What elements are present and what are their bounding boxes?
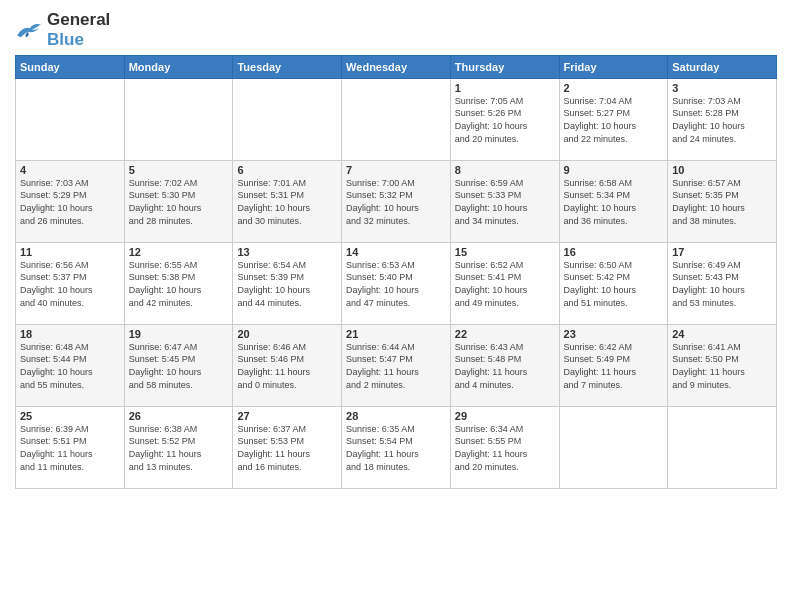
calendar-cell: 12Sunrise: 6:55 AMSunset: 5:38 PMDayligh…	[124, 242, 233, 324]
day-number: 15	[455, 246, 555, 258]
day-number: 12	[129, 246, 229, 258]
calendar-cell: 1Sunrise: 7:05 AMSunset: 5:26 PMDaylight…	[450, 78, 559, 160]
day-number: 16	[564, 246, 664, 258]
day-number: 27	[237, 410, 337, 422]
day-number: 22	[455, 328, 555, 340]
weekday-header-thursday: Thursday	[450, 55, 559, 78]
day-number: 24	[672, 328, 772, 340]
calendar-cell	[124, 78, 233, 160]
day-info: Sunrise: 6:56 AMSunset: 5:37 PMDaylight:…	[20, 259, 120, 309]
calendar-table: SundayMondayTuesdayWednesdayThursdayFrid…	[15, 55, 777, 489]
calendar-cell: 24Sunrise: 6:41 AMSunset: 5:50 PMDayligh…	[668, 324, 777, 406]
day-number: 10	[672, 164, 772, 176]
day-info: Sunrise: 6:55 AMSunset: 5:38 PMDaylight:…	[129, 259, 229, 309]
calendar-cell	[342, 78, 451, 160]
day-number: 29	[455, 410, 555, 422]
week-row-4: 25Sunrise: 6:39 AMSunset: 5:51 PMDayligh…	[16, 406, 777, 488]
week-row-2: 11Sunrise: 6:56 AMSunset: 5:37 PMDayligh…	[16, 242, 777, 324]
logo-icon	[15, 19, 43, 41]
calendar-cell: 27Sunrise: 6:37 AMSunset: 5:53 PMDayligh…	[233, 406, 342, 488]
day-number: 17	[672, 246, 772, 258]
day-info: Sunrise: 7:01 AMSunset: 5:31 PMDaylight:…	[237, 177, 337, 227]
logo: General Blue	[15, 10, 110, 51]
day-number: 2	[564, 82, 664, 94]
day-info: Sunrise: 6:46 AMSunset: 5:46 PMDaylight:…	[237, 341, 337, 391]
day-info: Sunrise: 6:44 AMSunset: 5:47 PMDaylight:…	[346, 341, 446, 391]
day-info: Sunrise: 6:37 AMSunset: 5:53 PMDaylight:…	[237, 423, 337, 473]
day-number: 3	[672, 82, 772, 94]
calendar-cell: 17Sunrise: 6:49 AMSunset: 5:43 PMDayligh…	[668, 242, 777, 324]
day-info: Sunrise: 6:57 AMSunset: 5:35 PMDaylight:…	[672, 177, 772, 227]
day-number: 21	[346, 328, 446, 340]
header: General Blue	[15, 10, 777, 51]
calendar-cell: 29Sunrise: 6:34 AMSunset: 5:55 PMDayligh…	[450, 406, 559, 488]
calendar-cell	[559, 406, 668, 488]
calendar-cell: 23Sunrise: 6:42 AMSunset: 5:49 PMDayligh…	[559, 324, 668, 406]
day-number: 4	[20, 164, 120, 176]
day-info: Sunrise: 6:43 AMSunset: 5:48 PMDaylight:…	[455, 341, 555, 391]
day-info: Sunrise: 6:53 AMSunset: 5:40 PMDaylight:…	[346, 259, 446, 309]
day-number: 8	[455, 164, 555, 176]
day-info: Sunrise: 6:35 AMSunset: 5:54 PMDaylight:…	[346, 423, 446, 473]
calendar-cell: 11Sunrise: 6:56 AMSunset: 5:37 PMDayligh…	[16, 242, 125, 324]
logo-text: General Blue	[47, 10, 110, 51]
calendar-cell	[16, 78, 125, 160]
weekday-header-friday: Friday	[559, 55, 668, 78]
calendar-cell: 18Sunrise: 6:48 AMSunset: 5:44 PMDayligh…	[16, 324, 125, 406]
day-info: Sunrise: 6:58 AMSunset: 5:34 PMDaylight:…	[564, 177, 664, 227]
day-number: 6	[237, 164, 337, 176]
day-number: 7	[346, 164, 446, 176]
calendar-cell: 6Sunrise: 7:01 AMSunset: 5:31 PMDaylight…	[233, 160, 342, 242]
day-info: Sunrise: 6:39 AMSunset: 5:51 PMDaylight:…	[20, 423, 120, 473]
day-info: Sunrise: 7:04 AMSunset: 5:27 PMDaylight:…	[564, 95, 664, 145]
calendar-cell: 28Sunrise: 6:35 AMSunset: 5:54 PMDayligh…	[342, 406, 451, 488]
weekday-header-wednesday: Wednesday	[342, 55, 451, 78]
day-info: Sunrise: 6:50 AMSunset: 5:42 PMDaylight:…	[564, 259, 664, 309]
day-number: 9	[564, 164, 664, 176]
day-info: Sunrise: 6:54 AMSunset: 5:39 PMDaylight:…	[237, 259, 337, 309]
day-info: Sunrise: 7:03 AMSunset: 5:29 PMDaylight:…	[20, 177, 120, 227]
day-number: 20	[237, 328, 337, 340]
day-info: Sunrise: 6:48 AMSunset: 5:44 PMDaylight:…	[20, 341, 120, 391]
day-number: 25	[20, 410, 120, 422]
calendar-cell: 22Sunrise: 6:43 AMSunset: 5:48 PMDayligh…	[450, 324, 559, 406]
calendar-cell: 2Sunrise: 7:04 AMSunset: 5:27 PMDaylight…	[559, 78, 668, 160]
calendar-cell	[668, 406, 777, 488]
day-info: Sunrise: 6:42 AMSunset: 5:49 PMDaylight:…	[564, 341, 664, 391]
calendar-cell: 7Sunrise: 7:00 AMSunset: 5:32 PMDaylight…	[342, 160, 451, 242]
day-number: 5	[129, 164, 229, 176]
calendar-cell: 3Sunrise: 7:03 AMSunset: 5:28 PMDaylight…	[668, 78, 777, 160]
day-number: 1	[455, 82, 555, 94]
day-number: 28	[346, 410, 446, 422]
weekday-header-row: SundayMondayTuesdayWednesdayThursdayFrid…	[16, 55, 777, 78]
calendar-cell: 14Sunrise: 6:53 AMSunset: 5:40 PMDayligh…	[342, 242, 451, 324]
day-number: 18	[20, 328, 120, 340]
day-info: Sunrise: 7:02 AMSunset: 5:30 PMDaylight:…	[129, 177, 229, 227]
day-number: 13	[237, 246, 337, 258]
calendar-cell: 15Sunrise: 6:52 AMSunset: 5:41 PMDayligh…	[450, 242, 559, 324]
week-row-1: 4Sunrise: 7:03 AMSunset: 5:29 PMDaylight…	[16, 160, 777, 242]
week-row-0: 1Sunrise: 7:05 AMSunset: 5:26 PMDaylight…	[16, 78, 777, 160]
day-info: Sunrise: 7:03 AMSunset: 5:28 PMDaylight:…	[672, 95, 772, 145]
day-number: 23	[564, 328, 664, 340]
calendar-cell: 9Sunrise: 6:58 AMSunset: 5:34 PMDaylight…	[559, 160, 668, 242]
calendar-cell: 20Sunrise: 6:46 AMSunset: 5:46 PMDayligh…	[233, 324, 342, 406]
calendar-cell: 21Sunrise: 6:44 AMSunset: 5:47 PMDayligh…	[342, 324, 451, 406]
calendar-cell: 8Sunrise: 6:59 AMSunset: 5:33 PMDaylight…	[450, 160, 559, 242]
day-number: 14	[346, 246, 446, 258]
day-info: Sunrise: 7:05 AMSunset: 5:26 PMDaylight:…	[455, 95, 555, 145]
calendar-cell: 19Sunrise: 6:47 AMSunset: 5:45 PMDayligh…	[124, 324, 233, 406]
weekday-header-sunday: Sunday	[16, 55, 125, 78]
weekday-header-monday: Monday	[124, 55, 233, 78]
calendar-cell: 16Sunrise: 6:50 AMSunset: 5:42 PMDayligh…	[559, 242, 668, 324]
day-info: Sunrise: 6:52 AMSunset: 5:41 PMDaylight:…	[455, 259, 555, 309]
calendar-cell: 25Sunrise: 6:39 AMSunset: 5:51 PMDayligh…	[16, 406, 125, 488]
calendar-cell: 26Sunrise: 6:38 AMSunset: 5:52 PMDayligh…	[124, 406, 233, 488]
page-container: General Blue SundayMondayTuesdayWednesda…	[0, 0, 792, 497]
day-info: Sunrise: 6:49 AMSunset: 5:43 PMDaylight:…	[672, 259, 772, 309]
calendar-cell: 4Sunrise: 7:03 AMSunset: 5:29 PMDaylight…	[16, 160, 125, 242]
day-info: Sunrise: 6:59 AMSunset: 5:33 PMDaylight:…	[455, 177, 555, 227]
day-info: Sunrise: 6:38 AMSunset: 5:52 PMDaylight:…	[129, 423, 229, 473]
weekday-header-saturday: Saturday	[668, 55, 777, 78]
day-info: Sunrise: 7:00 AMSunset: 5:32 PMDaylight:…	[346, 177, 446, 227]
